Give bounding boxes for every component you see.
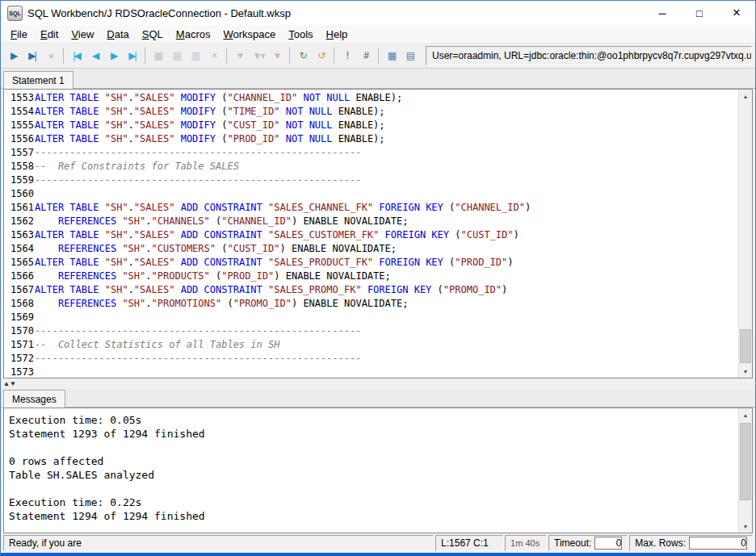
editor-line[interactable]: 1553ALTER TABLE "SH"."SALES" MODIFY ("CH… <box>4 91 752 105</box>
copy-row-icon: ▥ <box>191 51 199 61</box>
line-number: 1566 <box>4 270 35 283</box>
tab-messages[interactable]: Messages <box>3 390 65 408</box>
editor-line[interactable]: 1565ALTER TABLE "SH"."SALES" ADD CONSTRA… <box>4 256 752 270</box>
messages-tab-bar: Messages <box>1 389 755 408</box>
db-explorer-icon: ▦ <box>388 51 395 61</box>
message-line: Statement 1294 of 1294 finished <box>9 509 747 523</box>
db-explorer-button[interactable]: ▦ <box>382 46 401 65</box>
line-number: 1564 <box>4 242 35 256</box>
message-line <box>9 441 747 454</box>
menu-workspace[interactable]: Workspace <box>216 27 282 42</box>
execute-all-button[interactable]: ▶ <box>4 46 23 65</box>
timeout-label: Timeout: <box>554 537 591 549</box>
messages-panel: Execution time: 0.05sStatement 1293 of 1… <box>3 408 753 533</box>
editor-line[interactable]: 1561ALTER TABLE "SH"."SALES" ADD CONSTRA… <box>4 201 752 215</box>
scroll-up-icon[interactable]: ▲ <box>739 408 752 421</box>
selection-filter-icon: ▼ <box>236 51 244 61</box>
menu-macros[interactable]: Macros <box>170 27 217 42</box>
selection-filter-button[interactable]: ▼ <box>230 46 249 65</box>
sql-editor[interactable]: 1553ALTER TABLE "SH"."SALES" MODIFY ("CH… <box>3 89 753 378</box>
editor-line[interactable]: 1571-- Collect Statistics of all Tables … <box>4 338 752 352</box>
editor-scrollbar[interactable]: ▲ ▼ <box>738 90 752 378</box>
code-text: REFERENCES "SH"."CHANNELS" ("CHANNEL_ID"… <box>35 215 408 228</box>
next-statement-icon: ▶ <box>111 51 116 61</box>
previous-statement-button[interactable]: ◀ <box>86 46 104 65</box>
max-rows-input[interactable] <box>689 537 747 550</box>
ignore-errors-button[interactable]: ! <box>338 46 356 65</box>
editor-messages-splitter[interactable]: ▲ ▼ <box>1 378 755 389</box>
line-number: 1559 <box>4 173 35 187</box>
editor-line[interactable]: 1569 <box>4 311 752 324</box>
insert-row-button[interactable]: ▤ <box>167 46 186 65</box>
minimize-button[interactable]: ─ <box>644 1 681 25</box>
define-filter-button[interactable]: ▼▾ <box>249 46 267 65</box>
editor-line[interactable]: 1558-- Ref Constraints for Table SALES <box>4 160 752 173</box>
editor-line[interactable]: 1555ALTER TABLE "SH"."SALES" MODIFY ("CU… <box>4 119 752 132</box>
menu-tools[interactable]: Tools <box>282 27 319 42</box>
editor-line[interactable]: 1568 REFERENCES "SH"."PROMOTIONS" ("PROM… <box>4 297 752 311</box>
menu-sql[interactable]: SQL <box>136 27 170 42</box>
first-statement-button[interactable]: |◀ <box>67 46 86 65</box>
db-tree-button[interactable]: ▤ <box>401 46 419 65</box>
editor-line[interactable]: 1564 REFERENCES "SH"."CUSTOMERS" ("CUST_… <box>4 242 752 256</box>
toolbar-separator <box>334 48 334 64</box>
execute-all-icon: ▶ <box>10 51 16 61</box>
editor-line[interactable]: 1573 <box>4 366 752 378</box>
connection-info: User=oraadmin, URL=jdbc:oracle:thin:@oo1… <box>432 50 752 61</box>
messages-scrollbar-thumb[interactable] <box>740 423 751 500</box>
toolbar-separator <box>378 48 379 64</box>
editor-scrollbar-thumb[interactable] <box>740 329 751 363</box>
editor-line[interactable]: 1566 REFERENCES "SH"."PRODUCTS" ("PROD_I… <box>4 270 752 283</box>
menu-view[interactable]: View <box>65 27 100 42</box>
scroll-down-icon[interactable]: ▼ <box>739 365 752 378</box>
cancel-execution-button[interactable]: ● <box>41 46 60 65</box>
next-statement-button[interactable]: ▶ <box>104 46 123 65</box>
editor-line[interactable]: 1570------------------------------------… <box>4 324 752 338</box>
line-number: 1570 <box>4 324 35 338</box>
scroll-down-icon[interactable]: ▼ <box>739 520 752 533</box>
message-line: Execution time: 0.22s <box>9 495 747 509</box>
line-number: 1557 <box>4 146 35 160</box>
close-button[interactable]: × <box>718 1 755 25</box>
editor-line[interactable]: 1563ALTER TABLE "SH"."SALES" ADD CONSTRA… <box>4 228 752 242</box>
tab-statement-1[interactable]: Statement 1 <box>3 71 74 89</box>
app-window: SQL SQL Workbench/J RDSOracleConnection … <box>0 0 756 556</box>
code-text: ALTER TABLE "SH"."SALES" ADD CONSTRAINT … <box>35 283 507 297</box>
reset-filter-button[interactable]: ▼ <box>267 46 286 65</box>
splitter-down-icon[interactable]: ▼ <box>10 381 16 387</box>
value-grid-button[interactable]: # <box>356 46 375 65</box>
line-number: 1556 <box>4 132 35 146</box>
line-number: 1567 <box>4 283 35 297</box>
menu-data[interactable]: Data <box>100 27 135 42</box>
line-number: 1565 <box>4 256 35 270</box>
code-text: REFERENCES "SH"."PROMOTIONS" ("PROMO_ID"… <box>35 297 408 311</box>
line-number: 1568 <box>4 297 35 311</box>
editor-line[interactable]: 1554ALTER TABLE "SH"."SALES" MODIFY ("TI… <box>4 105 752 119</box>
commit-button[interactable]: ↻ <box>293 46 312 65</box>
db-tree-icon: ▤ <box>406 51 414 61</box>
line-number: 1558 <box>4 160 35 173</box>
menu-file[interactable]: File <box>4 27 34 42</box>
cursor-position: L:1567 C:1 <box>435 535 503 551</box>
timeout-input[interactable] <box>594 537 622 550</box>
splitter-up-icon[interactable]: ▲ <box>3 381 10 387</box>
editor-line[interactable]: 1559------------------------------------… <box>4 173 752 187</box>
editor-line[interactable]: 1556ALTER TABLE "SH"."SALES" MODIFY ("PR… <box>4 132 752 146</box>
menu-help[interactable]: Help <box>320 27 355 42</box>
execute-current-button[interactable]: ▶| <box>23 46 41 65</box>
editor-line[interactable]: 1560 <box>4 187 752 201</box>
editor-line[interactable]: 1572------------------------------------… <box>4 352 752 366</box>
last-statement-button[interactable]: ▶| <box>123 46 141 65</box>
message-line: Statement 1293 of 1294 finished <box>9 427 747 441</box>
editor-line[interactable]: 1567ALTER TABLE "SH"."SALES" ADD CONSTRA… <box>4 283 752 297</box>
maximize-button[interactable]: □ <box>681 1 718 25</box>
scroll-up-icon[interactable]: ▲ <box>739 90 752 102</box>
rollback-button[interactable]: ↺ <box>312 46 330 65</box>
messages-scrollbar[interactable]: ▲ ▼ <box>738 408 752 533</box>
copy-row-button[interactable]: ▥ <box>186 46 204 65</box>
menu-edit[interactable]: Edit <box>34 27 65 42</box>
save-changes-button[interactable]: ▦ <box>149 46 167 65</box>
delete-row-button[interactable]: × <box>204 46 223 65</box>
editor-line[interactable]: 1557------------------------------------… <box>4 146 752 160</box>
editor-line[interactable]: 1562 REFERENCES "SH"."CHANNELS" ("CHANNE… <box>4 215 752 228</box>
